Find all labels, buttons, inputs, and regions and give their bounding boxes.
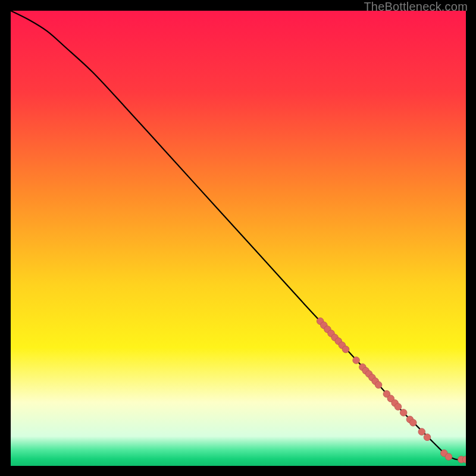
chart-frame bbox=[11, 11, 466, 466]
chart-background bbox=[11, 11, 466, 466]
data-marker bbox=[394, 403, 402, 411]
data-marker bbox=[353, 357, 360, 364]
data-marker bbox=[375, 381, 382, 389]
data-marker bbox=[342, 346, 349, 353]
data-marker bbox=[445, 453, 452, 461]
data-marker bbox=[400, 409, 407, 416]
data-marker bbox=[409, 419, 416, 427]
data-marker bbox=[424, 434, 431, 441]
watermark-text: TheBottleneck.com bbox=[364, 0, 468, 14]
data-marker bbox=[418, 428, 425, 436]
chart-svg bbox=[11, 11, 466, 466]
